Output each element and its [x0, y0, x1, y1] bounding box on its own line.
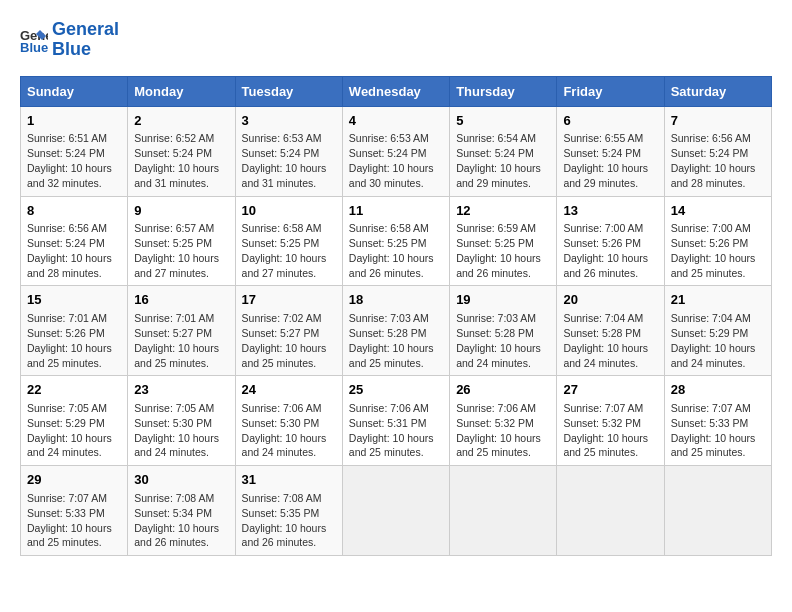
calendar-header-row: SundayMondayTuesdayWednesdayThursdayFrid… — [21, 76, 772, 106]
day-info: Sunrise: 6:52 AMSunset: 5:24 PMDaylight:… — [134, 132, 219, 189]
calendar-day-cell: 28 Sunrise: 7:07 AMSunset: 5:33 PMDaylig… — [664, 376, 771, 466]
day-info: Sunrise: 7:08 AMSunset: 5:34 PMDaylight:… — [134, 492, 219, 549]
day-number: 19 — [456, 291, 550, 309]
calendar-day-cell — [557, 466, 664, 556]
calendar-day-cell: 8 Sunrise: 6:56 AMSunset: 5:24 PMDayligh… — [21, 196, 128, 286]
day-number: 29 — [27, 471, 121, 489]
calendar-day-cell: 13 Sunrise: 7:00 AMSunset: 5:26 PMDaylig… — [557, 196, 664, 286]
day-info: Sunrise: 7:05 AMSunset: 5:30 PMDaylight:… — [134, 402, 219, 459]
calendar-day-cell: 2 Sunrise: 6:52 AMSunset: 5:24 PMDayligh… — [128, 106, 235, 196]
day-number: 4 — [349, 112, 443, 130]
calendar-day-cell: 20 Sunrise: 7:04 AMSunset: 5:28 PMDaylig… — [557, 286, 664, 376]
calendar-day-cell — [342, 466, 449, 556]
svg-text:Blue: Blue — [20, 40, 48, 54]
day-number: 6 — [563, 112, 657, 130]
day-info: Sunrise: 7:04 AMSunset: 5:28 PMDaylight:… — [563, 312, 648, 369]
day-info: Sunrise: 6:54 AMSunset: 5:24 PMDaylight:… — [456, 132, 541, 189]
calendar-day-cell: 23 Sunrise: 7:05 AMSunset: 5:30 PMDaylig… — [128, 376, 235, 466]
day-number: 30 — [134, 471, 228, 489]
day-number: 18 — [349, 291, 443, 309]
day-number: 22 — [27, 381, 121, 399]
calendar-day-cell: 7 Sunrise: 6:56 AMSunset: 5:24 PMDayligh… — [664, 106, 771, 196]
day-number: 2 — [134, 112, 228, 130]
day-of-week-header: Tuesday — [235, 76, 342, 106]
day-of-week-header: Wednesday — [342, 76, 449, 106]
calendar-day-cell: 19 Sunrise: 7:03 AMSunset: 5:28 PMDaylig… — [450, 286, 557, 376]
day-number: 1 — [27, 112, 121, 130]
day-info: Sunrise: 7:07 AMSunset: 5:32 PMDaylight:… — [563, 402, 648, 459]
calendar-day-cell: 29 Sunrise: 7:07 AMSunset: 5:33 PMDaylig… — [21, 466, 128, 556]
day-of-week-header: Friday — [557, 76, 664, 106]
day-info: Sunrise: 6:59 AMSunset: 5:25 PMDaylight:… — [456, 222, 541, 279]
day-info: Sunrise: 7:05 AMSunset: 5:29 PMDaylight:… — [27, 402, 112, 459]
day-info: Sunrise: 7:06 AMSunset: 5:31 PMDaylight:… — [349, 402, 434, 459]
day-number: 5 — [456, 112, 550, 130]
calendar-day-cell: 21 Sunrise: 7:04 AMSunset: 5:29 PMDaylig… — [664, 286, 771, 376]
day-info: Sunrise: 7:08 AMSunset: 5:35 PMDaylight:… — [242, 492, 327, 549]
calendar-day-cell: 30 Sunrise: 7:08 AMSunset: 5:34 PMDaylig… — [128, 466, 235, 556]
day-info: Sunrise: 6:57 AMSunset: 5:25 PMDaylight:… — [134, 222, 219, 279]
logo-icon: General Blue — [20, 26, 48, 54]
day-info: Sunrise: 6:51 AMSunset: 5:24 PMDaylight:… — [27, 132, 112, 189]
day-number: 20 — [563, 291, 657, 309]
day-number: 14 — [671, 202, 765, 220]
day-info: Sunrise: 7:01 AMSunset: 5:27 PMDaylight:… — [134, 312, 219, 369]
day-number: 25 — [349, 381, 443, 399]
calendar-day-cell: 10 Sunrise: 6:58 AMSunset: 5:25 PMDaylig… — [235, 196, 342, 286]
day-number: 21 — [671, 291, 765, 309]
day-number: 27 — [563, 381, 657, 399]
day-number: 26 — [456, 381, 550, 399]
logo: General Blue General Blue — [20, 20, 119, 60]
day-info: Sunrise: 7:06 AMSunset: 5:30 PMDaylight:… — [242, 402, 327, 459]
calendar-week-row: 8 Sunrise: 6:56 AMSunset: 5:24 PMDayligh… — [21, 196, 772, 286]
day-number: 3 — [242, 112, 336, 130]
calendar-day-cell: 24 Sunrise: 7:06 AMSunset: 5:30 PMDaylig… — [235, 376, 342, 466]
day-number: 9 — [134, 202, 228, 220]
calendar-day-cell: 9 Sunrise: 6:57 AMSunset: 5:25 PMDayligh… — [128, 196, 235, 286]
day-number: 17 — [242, 291, 336, 309]
day-info: Sunrise: 6:55 AMSunset: 5:24 PMDaylight:… — [563, 132, 648, 189]
calendar-day-cell: 11 Sunrise: 6:58 AMSunset: 5:25 PMDaylig… — [342, 196, 449, 286]
calendar-day-cell: 22 Sunrise: 7:05 AMSunset: 5:29 PMDaylig… — [21, 376, 128, 466]
logo-text-line2: Blue — [52, 40, 119, 60]
page-header: General Blue General Blue — [20, 20, 772, 60]
calendar-day-cell: 25 Sunrise: 7:06 AMSunset: 5:31 PMDaylig… — [342, 376, 449, 466]
day-number: 11 — [349, 202, 443, 220]
calendar-day-cell: 15 Sunrise: 7:01 AMSunset: 5:26 PMDaylig… — [21, 286, 128, 376]
day-number: 13 — [563, 202, 657, 220]
day-info: Sunrise: 6:53 AMSunset: 5:24 PMDaylight:… — [242, 132, 327, 189]
day-info: Sunrise: 7:00 AMSunset: 5:26 PMDaylight:… — [671, 222, 756, 279]
day-number: 12 — [456, 202, 550, 220]
day-of-week-header: Saturday — [664, 76, 771, 106]
calendar-day-cell: 18 Sunrise: 7:03 AMSunset: 5:28 PMDaylig… — [342, 286, 449, 376]
calendar-day-cell: 17 Sunrise: 7:02 AMSunset: 5:27 PMDaylig… — [235, 286, 342, 376]
calendar-day-cell — [450, 466, 557, 556]
logo-text-line1: General — [52, 20, 119, 40]
calendar-day-cell: 26 Sunrise: 7:06 AMSunset: 5:32 PMDaylig… — [450, 376, 557, 466]
day-info: Sunrise: 7:02 AMSunset: 5:27 PMDaylight:… — [242, 312, 327, 369]
calendar-week-row: 1 Sunrise: 6:51 AMSunset: 5:24 PMDayligh… — [21, 106, 772, 196]
day-info: Sunrise: 7:07 AMSunset: 5:33 PMDaylight:… — [27, 492, 112, 549]
calendar-day-cell: 27 Sunrise: 7:07 AMSunset: 5:32 PMDaylig… — [557, 376, 664, 466]
day-info: Sunrise: 7:00 AMSunset: 5:26 PMDaylight:… — [563, 222, 648, 279]
calendar-table: SundayMondayTuesdayWednesdayThursdayFrid… — [20, 76, 772, 557]
day-number: 31 — [242, 471, 336, 489]
day-info: Sunrise: 6:58 AMSunset: 5:25 PMDaylight:… — [242, 222, 327, 279]
day-info: Sunrise: 7:06 AMSunset: 5:32 PMDaylight:… — [456, 402, 541, 459]
day-of-week-header: Sunday — [21, 76, 128, 106]
day-number: 15 — [27, 291, 121, 309]
calendar-week-row: 29 Sunrise: 7:07 AMSunset: 5:33 PMDaylig… — [21, 466, 772, 556]
day-number: 23 — [134, 381, 228, 399]
calendar-day-cell — [664, 466, 771, 556]
day-of-week-header: Monday — [128, 76, 235, 106]
day-info: Sunrise: 6:56 AMSunset: 5:24 PMDaylight:… — [671, 132, 756, 189]
day-number: 16 — [134, 291, 228, 309]
day-number: 24 — [242, 381, 336, 399]
day-number: 28 — [671, 381, 765, 399]
day-info: Sunrise: 6:53 AMSunset: 5:24 PMDaylight:… — [349, 132, 434, 189]
day-number: 7 — [671, 112, 765, 130]
day-number: 10 — [242, 202, 336, 220]
day-info: Sunrise: 7:04 AMSunset: 5:29 PMDaylight:… — [671, 312, 756, 369]
calendar-day-cell: 16 Sunrise: 7:01 AMSunset: 5:27 PMDaylig… — [128, 286, 235, 376]
calendar-day-cell: 6 Sunrise: 6:55 AMSunset: 5:24 PMDayligh… — [557, 106, 664, 196]
